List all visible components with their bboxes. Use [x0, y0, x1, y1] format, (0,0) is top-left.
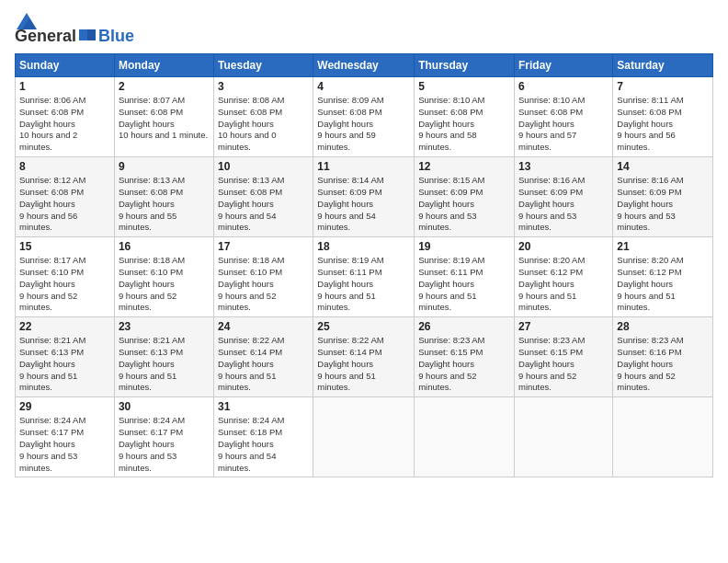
calendar-cell: 21 Sunrise: 8:20 AMSunset: 6:12 PMDaylig… — [613, 237, 713, 317]
calendar-cell: 20 Sunrise: 8:20 AMSunset: 6:12 PMDaylig… — [515, 237, 613, 317]
calendar-cell: 22 Sunrise: 8:21 AMSunset: 6:13 PMDaylig… — [16, 317, 115, 397]
day-number: 13 — [518, 160, 609, 173]
day-info: Sunrise: 8:16 AMSunset: 6:09 PMDaylight … — [518, 175, 585, 232]
day-info: Sunrise: 8:06 AMSunset: 6:08 PMDaylight … — [19, 95, 85, 152]
calendar-table: SundayMondayTuesdayWednesdayThursdayFrid… — [15, 53, 713, 477]
day-number: 1 — [19, 80, 110, 93]
calendar-cell: 9 Sunrise: 8:13 AMSunset: 6:08 PMDayligh… — [114, 157, 213, 237]
calendar-cell: 6 Sunrise: 8:10 AMSunset: 6:08 PMDayligh… — [515, 77, 613, 157]
day-number: 22 — [19, 320, 110, 333]
day-number: 21 — [617, 240, 709, 253]
day-info: Sunrise: 8:17 AMSunset: 6:10 PMDaylight … — [19, 255, 85, 312]
day-number: 18 — [317, 240, 410, 253]
calendar-cell: 11 Sunrise: 8:14 AMSunset: 6:09 PMDaylig… — [313, 157, 415, 237]
calendar-cell: 26 Sunrise: 8:23 AMSunset: 6:15 PMDaylig… — [415, 317, 515, 397]
calendar-week-row: 8 Sunrise: 8:12 AMSunset: 6:08 PMDayligh… — [16, 157, 713, 237]
calendar-cell: 7 Sunrise: 8:11 AMSunset: 6:08 PMDayligh… — [613, 77, 713, 157]
day-number: 31 — [218, 400, 309, 413]
calendar-cell: 13 Sunrise: 8:16 AMSunset: 6:09 PMDaylig… — [515, 157, 613, 237]
calendar-day-header: Saturday — [613, 54, 713, 77]
day-number: 4 — [317, 80, 410, 93]
day-number: 14 — [617, 160, 709, 173]
calendar-cell: 4 Sunrise: 8:09 AMSunset: 6:08 PMDayligh… — [313, 77, 415, 157]
calendar-week-row: 22 Sunrise: 8:21 AMSunset: 6:13 PMDaylig… — [16, 317, 713, 397]
day-info: Sunrise: 8:21 AMSunset: 6:13 PMDaylight … — [119, 335, 185, 392]
calendar-cell: 25 Sunrise: 8:22 AMSunset: 6:14 PMDaylig… — [313, 317, 415, 397]
day-info: Sunrise: 8:20 AMSunset: 6:12 PMDaylight … — [518, 255, 585, 312]
day-info: Sunrise: 8:18 AMSunset: 6:10 PMDaylight … — [218, 255, 284, 312]
day-number: 29 — [19, 400, 110, 413]
day-number: 2 — [119, 80, 210, 93]
day-number: 23 — [119, 320, 210, 333]
day-info: Sunrise: 8:09 AMSunset: 6:08 PMDaylight … — [317, 95, 383, 152]
calendar-cell: 18 Sunrise: 8:19 AMSunset: 6:11 PMDaylig… — [313, 237, 415, 317]
day-info: Sunrise: 8:16 AMSunset: 6:09 PMDaylight … — [617, 175, 683, 232]
calendar-cell — [613, 397, 713, 477]
day-number: 16 — [119, 240, 210, 253]
day-number: 6 — [518, 80, 609, 93]
logo: General Blue — [15, 11, 134, 46]
calendar-cell: 29 Sunrise: 8:24 AMSunset: 6:17 PMDaylig… — [16, 397, 115, 477]
day-number: 27 — [518, 320, 609, 333]
calendar-header-row: SundayMondayTuesdayWednesdayThursdayFrid… — [16, 54, 713, 77]
calendar-day-header: Wednesday — [313, 54, 415, 77]
day-number: 17 — [218, 240, 309, 253]
day-info: Sunrise: 8:19 AMSunset: 6:11 PMDaylight … — [418, 255, 484, 312]
day-info: Sunrise: 8:23 AMSunset: 6:16 PMDaylight … — [617, 335, 683, 392]
day-info: Sunrise: 8:08 AMSunset: 6:08 PMDaylight … — [218, 95, 284, 152]
calendar-day-header: Tuesday — [214, 54, 313, 77]
day-info: Sunrise: 8:21 AMSunset: 6:13 PMDaylight … — [19, 335, 85, 392]
day-info: Sunrise: 8:13 AMSunset: 6:08 PMDaylight … — [218, 175, 284, 232]
day-info: Sunrise: 8:07 AMSunset: 6:08 PMDaylight … — [119, 95, 208, 140]
day-number: 12 — [418, 160, 510, 173]
day-number: 10 — [218, 160, 309, 173]
day-info: Sunrise: 8:18 AMSunset: 6:10 PMDaylight … — [119, 255, 185, 312]
day-number: 5 — [418, 80, 510, 93]
calendar-day-header: Thursday — [415, 54, 515, 77]
day-info: Sunrise: 8:14 AMSunset: 6:09 PMDaylight … — [317, 175, 383, 232]
day-number: 24 — [218, 320, 309, 333]
calendar-week-row: 1 Sunrise: 8:06 AMSunset: 6:08 PMDayligh… — [16, 77, 713, 157]
calendar-cell: 27 Sunrise: 8:23 AMSunset: 6:15 PMDaylig… — [515, 317, 613, 397]
page-container: General Blue SundayMondayTuesdayWednesda… — [0, 0, 728, 485]
day-info: Sunrise: 8:24 AMSunset: 6:18 PMDaylight … — [218, 415, 284, 472]
calendar-cell — [515, 397, 613, 477]
day-number: 28 — [617, 320, 709, 333]
calendar-cell: 17 Sunrise: 8:18 AMSunset: 6:10 PMDaylig… — [214, 237, 313, 317]
calendar-cell: 23 Sunrise: 8:21 AMSunset: 6:13 PMDaylig… — [114, 317, 213, 397]
calendar-day-header: Sunday — [16, 54, 115, 77]
day-info: Sunrise: 8:24 AMSunset: 6:17 PMDaylight … — [19, 415, 85, 472]
calendar-cell: 15 Sunrise: 8:17 AMSunset: 6:10 PMDaylig… — [16, 237, 115, 317]
day-number: 30 — [119, 400, 210, 413]
calendar-cell: 30 Sunrise: 8:24 AMSunset: 6:17 PMDaylig… — [114, 397, 213, 477]
calendar-cell: 14 Sunrise: 8:16 AMSunset: 6:09 PMDaylig… — [613, 157, 713, 237]
calendar-week-row: 29 Sunrise: 8:24 AMSunset: 6:17 PMDaylig… — [16, 397, 713, 477]
calendar-day-header: Monday — [114, 54, 213, 77]
day-info: Sunrise: 8:15 AMSunset: 6:09 PMDaylight … — [418, 175, 484, 232]
day-info: Sunrise: 8:20 AMSunset: 6:12 PMDaylight … — [617, 255, 683, 312]
calendar-cell: 16 Sunrise: 8:18 AMSunset: 6:10 PMDaylig… — [114, 237, 213, 317]
day-info: Sunrise: 8:23 AMSunset: 6:15 PMDaylight … — [418, 335, 484, 392]
logo-blue-text: Blue — [98, 27, 134, 46]
day-info: Sunrise: 8:10 AMSunset: 6:08 PMDaylight … — [518, 95, 585, 152]
day-number: 15 — [19, 240, 110, 253]
logo-flag-icon — [77, 29, 97, 45]
day-info: Sunrise: 8:13 AMSunset: 6:08 PMDaylight … — [119, 175, 185, 232]
day-number: 25 — [317, 320, 410, 333]
day-info: Sunrise: 8:19 AMSunset: 6:11 PMDaylight … — [317, 255, 383, 312]
day-info: Sunrise: 8:23 AMSunset: 6:15 PMDaylight … — [518, 335, 585, 392]
calendar-cell: 8 Sunrise: 8:12 AMSunset: 6:08 PMDayligh… — [16, 157, 115, 237]
day-number: 19 — [418, 240, 510, 253]
day-number: 20 — [518, 240, 609, 253]
day-info: Sunrise: 8:11 AMSunset: 6:08 PMDaylight … — [617, 95, 683, 152]
day-info: Sunrise: 8:22 AMSunset: 6:14 PMDaylight … — [218, 335, 284, 392]
calendar-cell: 3 Sunrise: 8:08 AMSunset: 6:08 PMDayligh… — [214, 77, 313, 157]
day-info: Sunrise: 8:22 AMSunset: 6:14 PMDaylight … — [317, 335, 383, 392]
calendar-cell: 2 Sunrise: 8:07 AMSunset: 6:08 PMDayligh… — [114, 77, 213, 157]
day-info: Sunrise: 8:10 AMSunset: 6:08 PMDaylight … — [418, 95, 484, 152]
day-info: Sunrise: 8:12 AMSunset: 6:08 PMDaylight … — [19, 175, 85, 232]
calendar-cell: 31 Sunrise: 8:24 AMSunset: 6:18 PMDaylig… — [214, 397, 313, 477]
page-header: General Blue — [15, 11, 713, 46]
day-number: 8 — [19, 160, 110, 173]
day-info: Sunrise: 8:24 AMSunset: 6:17 PMDaylight … — [119, 415, 185, 472]
